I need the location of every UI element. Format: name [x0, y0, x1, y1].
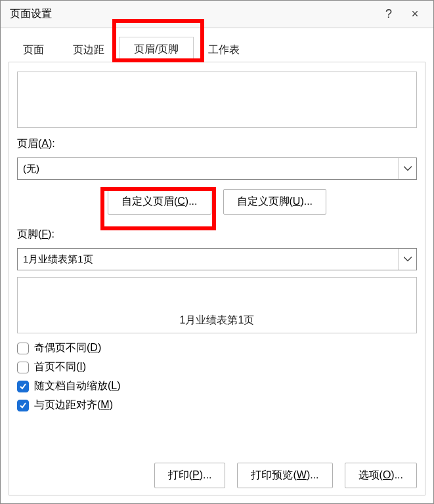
- dialog-content: 页面 页边距 页眉/页脚 工作表 页眉(A): (无) 自定义页眉(C)...: [1, 28, 433, 503]
- footer-label-key: F: [41, 228, 48, 240]
- footer-label-text: 页脚(: [17, 228, 41, 240]
- header-label-key: A: [41, 138, 49, 149]
- custom-footer-button[interactable]: 自定义页脚(U)...: [223, 189, 327, 215]
- tab-header-footer[interactable]: 页眉/页脚: [119, 37, 194, 62]
- header-select[interactable]: (无): [17, 158, 417, 180]
- footer-label-suffix: ):: [48, 228, 54, 240]
- tab-strip: 页面 页边距 页眉/页脚 工作表: [9, 37, 425, 62]
- footer-label: 页脚(F):: [17, 228, 417, 242]
- tab-panel: 页眉(A): (无) 自定义页眉(C)... 自定义页脚(U)... 页脚(F)…: [9, 62, 425, 495]
- bottom-button-row: 打印(P)... 打印预览(W)... 选项(O)...: [17, 456, 417, 488]
- check-oddeven[interactable]: [17, 343, 29, 354]
- print-preview-button[interactable]: 打印预览(W)...: [237, 463, 332, 488]
- custom-buttons-row: 自定义页眉(C)... 自定义页脚(U)...: [17, 189, 417, 215]
- header-label-text: 页眉(: [17, 138, 41, 149]
- tab-page[interactable]: 页面: [9, 38, 58, 62]
- tab-sheet[interactable]: 工作表: [194, 38, 254, 62]
- check-scale[interactable]: [17, 381, 29, 392]
- checkbox-group: 奇偶页不同(D) 首页不同(I) 随文档自动缩放(L): [17, 341, 417, 412]
- tab-margins[interactable]: 页边距: [58, 38, 119, 62]
- check-oddeven-row: 奇偶页不同(D): [17, 341, 417, 355]
- footer-preview: 1月业绩表第1页: [17, 277, 417, 333]
- check-align-row: 与页边距对齐(M): [17, 398, 417, 412]
- header-label: 页眉(A):: [17, 137, 417, 151]
- check-firstpage-row: 首页不同(I): [17, 360, 417, 374]
- check-align[interactable]: [17, 400, 29, 411]
- check-scale-label: 随文档自动缩放(L): [34, 379, 121, 393]
- print-button[interactable]: 打印(P)...: [154, 463, 226, 488]
- check-scale-row: 随文档自动缩放(L): [17, 379, 417, 393]
- dialog-title: 页面设置: [10, 7, 376, 21]
- header-label-suffix: ):: [49, 138, 55, 149]
- header-preview: [17, 72, 417, 128]
- chevron-down-icon: [398, 158, 416, 179]
- footer-preview-text: 1月业绩表第1页: [180, 314, 255, 327]
- options-button[interactable]: 选项(O)...: [345, 463, 417, 488]
- footer-select-value: 1月业绩表第1页: [23, 253, 398, 266]
- check-firstpage-label: 首页不同(I): [34, 360, 86, 374]
- check-oddeven-label: 奇偶页不同(D): [34, 341, 101, 355]
- custom-header-button[interactable]: 自定义页眉(C)...: [108, 189, 211, 215]
- page-setup-dialog: 页面设置 ? × 页面 页边距 页眉/页脚 工作表 页眉(A): (无): [0, 0, 434, 504]
- titlebar: 页面设置 ? ×: [1, 1, 433, 28]
- check-align-label: 与页边距对齐(M): [34, 398, 113, 412]
- help-button[interactable]: ?: [376, 7, 402, 21]
- footer-select[interactable]: 1月业绩表第1页: [17, 248, 417, 270]
- chevron-down-icon: [398, 249, 416, 270]
- check-firstpage[interactable]: [17, 362, 29, 373]
- close-button[interactable]: ×: [402, 7, 428, 21]
- header-select-value: (无): [23, 163, 398, 175]
